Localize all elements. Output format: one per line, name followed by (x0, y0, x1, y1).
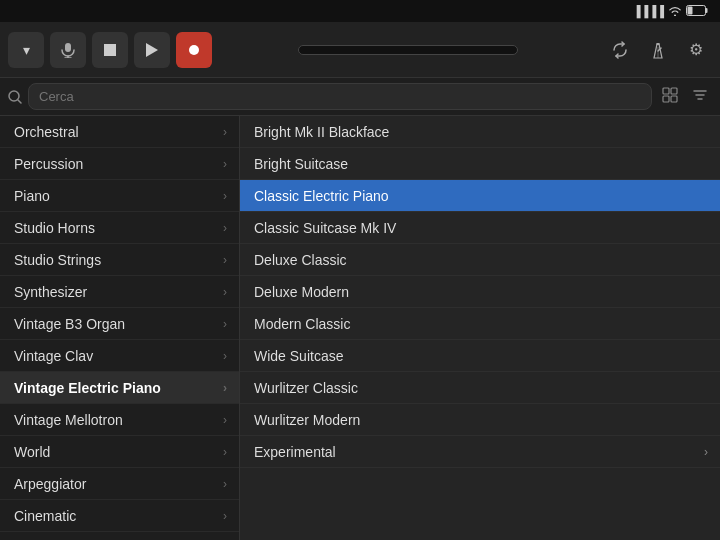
chevron-right-icon: › (223, 157, 227, 171)
category-item-studio-strings[interactable]: Studio Strings › (0, 244, 239, 276)
dropdown-button[interactable]: ▾ (8, 32, 44, 68)
category-item-vintage-electric-piano[interactable]: Vintage Electric Piano › (0, 372, 239, 404)
preset-item-classic-suitcase-mk4[interactable]: Classic Suitcase Mk IV (240, 212, 720, 244)
svg-rect-18 (671, 96, 677, 102)
svg-rect-17 (663, 96, 669, 102)
toolbar: ▾ (0, 22, 720, 78)
transport-center (218, 45, 598, 55)
category-label: Vintage Mellotron (14, 412, 123, 428)
chevron-right-icon: › (704, 445, 708, 459)
record-button[interactable] (176, 32, 212, 68)
category-item-vintage-clav[interactable]: Vintage Clav › (0, 340, 239, 372)
preset-item-bright-mk2-blackface[interactable]: Bright Mk II Blackface (240, 116, 720, 148)
preset-label: Deluxe Modern (254, 284, 349, 300)
chevron-right-icon: › (223, 477, 227, 491)
category-item-vintage-b3-organ[interactable]: Vintage B3 Organ › (0, 308, 239, 340)
preset-item-deluxe-modern[interactable]: Deluxe Modern (240, 276, 720, 308)
preset-label: Deluxe Classic (254, 252, 347, 268)
battery-icon (686, 5, 708, 18)
chevron-right-icon: › (223, 445, 227, 459)
sort-button[interactable] (688, 85, 712, 108)
preset-item-experimental[interactable]: Experimental › (240, 436, 720, 468)
category-label: Studio Horns (14, 220, 95, 236)
category-list: Orchestral › Percussion › Piano › Studio… (0, 116, 240, 540)
chevron-right-icon: › (223, 317, 227, 331)
category-item-synthesizer[interactable]: Synthesizer › (0, 276, 239, 308)
search-icon (8, 90, 22, 104)
category-item-legacy[interactable]: Legacy › (0, 532, 239, 540)
stop-button[interactable] (92, 32, 128, 68)
status-bar: ▐▐▐▐ (0, 0, 720, 22)
preset-label: Bright Suitcase (254, 156, 348, 172)
category-label: Synthesizer (14, 284, 87, 300)
svg-rect-15 (663, 88, 669, 94)
preset-item-bright-suitcase[interactable]: Bright Suitcase (240, 148, 720, 180)
mic-button[interactable] (50, 32, 86, 68)
metronome-button[interactable] (642, 34, 674, 66)
category-label: Arpeggiator (14, 476, 86, 492)
svg-rect-16 (671, 88, 677, 94)
signal-icon: ▐▐▐▐ (633, 5, 664, 17)
play-button[interactable] (134, 32, 170, 68)
preset-list: Bright Mk II Blackface Bright Suitcase C… (240, 116, 720, 540)
category-item-percussion[interactable]: Percussion › (0, 148, 239, 180)
preset-label: Wide Suitcase (254, 348, 343, 364)
preset-label: Wurlitzer Classic (254, 380, 358, 396)
category-item-vintage-mellotron[interactable]: Vintage Mellotron › (0, 404, 239, 436)
preset-item-deluxe-classic[interactable]: Deluxe Classic (240, 244, 720, 276)
category-item-world[interactable]: World › (0, 436, 239, 468)
preset-label: Experimental (254, 444, 336, 460)
chevron-right-icon: › (223, 125, 227, 139)
loop-button[interactable] (604, 34, 636, 66)
settings-button[interactable]: ⚙ (680, 34, 712, 66)
preset-label: Classic Suitcase Mk IV (254, 220, 396, 236)
main-content: Orchestral › Percussion › Piano › Studio… (0, 116, 720, 540)
transport-box (298, 45, 518, 55)
chevron-right-icon: › (223, 285, 227, 299)
chevron-right-icon: › (223, 221, 227, 235)
chevron-right-icon: › (223, 413, 227, 427)
search-icons (658, 85, 712, 108)
category-label: Vintage Clav (14, 348, 93, 364)
svg-rect-1 (706, 8, 708, 13)
preset-label: Modern Classic (254, 316, 350, 332)
category-label: Studio Strings (14, 252, 101, 268)
preset-item-wurlitzer-modern[interactable]: Wurlitzer Modern (240, 404, 720, 436)
category-label: Vintage Electric Piano (14, 380, 161, 396)
wifi-icon (668, 5, 682, 18)
category-item-piano[interactable]: Piano › (0, 180, 239, 212)
category-label: Cinematic (14, 508, 76, 524)
category-label: Vintage B3 Organ (14, 316, 125, 332)
category-label: Percussion (14, 156, 83, 172)
svg-rect-3 (65, 43, 71, 52)
svg-rect-6 (104, 44, 116, 56)
svg-marker-7 (146, 43, 158, 57)
preset-label: Classic Electric Piano (254, 188, 389, 204)
category-item-cinematic[interactable]: Cinematic › (0, 500, 239, 532)
category-item-orchestral[interactable]: Orchestral › (0, 116, 239, 148)
grid-view-button[interactable] (658, 85, 682, 108)
svg-rect-12 (657, 43, 660, 45)
search-bar (0, 78, 720, 116)
svg-line-14 (18, 100, 21, 103)
category-label: Piano (14, 188, 50, 204)
chevron-right-icon: › (223, 381, 227, 395)
chevron-right-icon: › (223, 509, 227, 523)
preset-item-wurlitzer-classic[interactable]: Wurlitzer Classic (240, 372, 720, 404)
toolbar-right: ⚙ (604, 34, 712, 66)
preset-label: Wurlitzer Modern (254, 412, 360, 428)
svg-rect-2 (688, 6, 693, 14)
chevron-right-icon: › (223, 349, 227, 363)
category-item-studio-horns[interactable]: Studio Horns › (0, 212, 239, 244)
preset-item-wide-suitcase[interactable]: Wide Suitcase (240, 340, 720, 372)
search-input[interactable] (28, 83, 652, 110)
preset-label: Bright Mk II Blackface (254, 124, 389, 140)
category-label: Orchestral (14, 124, 79, 140)
preset-item-modern-classic[interactable]: Modern Classic (240, 308, 720, 340)
category-label: World (14, 444, 50, 460)
category-item-arpeggiator[interactable]: Arpeggiator › (0, 468, 239, 500)
chevron-right-icon: › (223, 253, 227, 267)
svg-point-8 (189, 45, 199, 55)
chevron-right-icon: › (223, 189, 227, 203)
preset-item-classic-electric-piano[interactable]: Classic Electric Piano (240, 180, 720, 212)
